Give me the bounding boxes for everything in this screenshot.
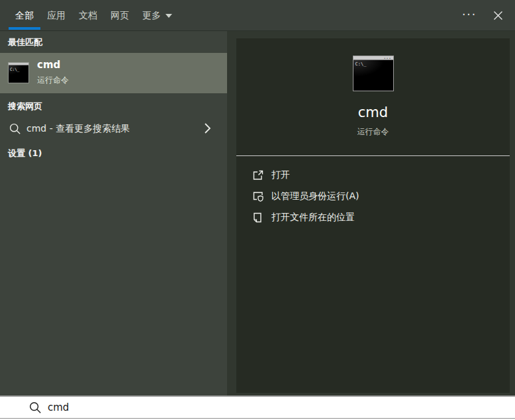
tab-more[interactable]: 更多	[136, 0, 179, 31]
divider	[236, 155, 510, 156]
window-controls-dots: •••	[384, 57, 392, 60]
action-open-file-location-label: 打开文件所在的位置	[271, 212, 355, 224]
preview-panel: ••• C:\_ cmd 运行命令 打开	[227, 31, 515, 396]
tab-web[interactable]: 网页	[104, 0, 136, 31]
terminal-body: C:\_	[9, 65, 28, 83]
file-location-icon	[252, 212, 263, 224]
search-icon	[29, 401, 42, 414]
windows-search-flyout: 全部 应用 文档 网页 更多 ···	[0, 0, 515, 420]
cmd-terminal-icon-large: ••• C:\_	[353, 56, 394, 91]
close-button[interactable]	[485, 0, 510, 31]
terminal-body: C:\_	[353, 60, 393, 91]
search-web-header: 搜索网页	[8, 101, 42, 112]
cmd-terminal-icon: C:\_	[8, 62, 29, 83]
terminal-prompt-text: C:\_	[10, 67, 19, 71]
run-as-admin-shield-icon	[252, 190, 265, 202]
chevron-right-icon[interactable]	[204, 122, 211, 134]
search-icon	[9, 123, 21, 135]
tab-documents-label: 文档	[79, 10, 97, 22]
action-run-as-admin[interactable]: 以管理员身份运行(A)	[236, 186, 510, 207]
tab-more-label: 更多	[142, 10, 161, 22]
preview-title: cmd	[236, 105, 510, 120]
divider	[0, 418, 515, 419]
close-icon	[493, 11, 503, 21]
preview-panel-inner: ••• C:\_ cmd 运行命令 打开	[236, 38, 510, 393]
action-list: 打开 以管理员身份运行(A) 打开文件所在的位置	[236, 165, 510, 228]
ellipsis-icon: ···	[462, 8, 477, 21]
tab-all-label: 全部	[15, 10, 34, 22]
action-open-label: 打开	[271, 169, 290, 181]
terminal-prompt-text: C:\_	[355, 62, 367, 67]
active-tab-underline	[9, 27, 40, 30]
results-panel: 最佳匹配 C:\_ cmd 运行命令 搜索网页 cmd - 查看更多搜索结果 设…	[0, 31, 227, 396]
filter-tabs: 全部 应用 文档 网页 更多	[9, 0, 179, 31]
chevron-down-icon	[165, 14, 172, 18]
tab-apps[interactable]: 应用	[40, 0, 72, 31]
more-options-button[interactable]: ···	[457, 0, 482, 31]
result-subtitle: 运行命令	[37, 75, 69, 86]
tab-apps-label: 应用	[47, 10, 66, 22]
web-search-label: cmd - 查看更多搜索结果	[26, 123, 130, 135]
search-filter-header: 全部 应用 文档 网页 更多 ···	[0, 0, 515, 31]
settings-section-header: 设置 (1)	[8, 147, 42, 159]
search-input[interactable]	[48, 397, 498, 417]
web-search-result-row[interactable]: cmd - 查看更多搜索结果	[0, 114, 227, 144]
tab-all[interactable]: 全部	[9, 0, 40, 31]
result-title: cmd	[37, 59, 60, 71]
best-match-result-cmd[interactable]: C:\_ cmd 运行命令	[0, 53, 227, 93]
tab-documents[interactable]: 文档	[72, 0, 104, 31]
open-icon	[252, 169, 264, 181]
search-bar	[0, 396, 515, 420]
best-match-header: 最佳匹配	[8, 36, 42, 48]
preview-subtitle: 运行命令	[236, 126, 510, 138]
action-open-file-location[interactable]: 打开文件所在的位置	[236, 207, 510, 228]
tab-web-label: 网页	[111, 10, 129, 22]
action-run-as-admin-label: 以管理员身份运行(A)	[271, 190, 359, 202]
action-open[interactable]: 打开	[236, 165, 510, 186]
